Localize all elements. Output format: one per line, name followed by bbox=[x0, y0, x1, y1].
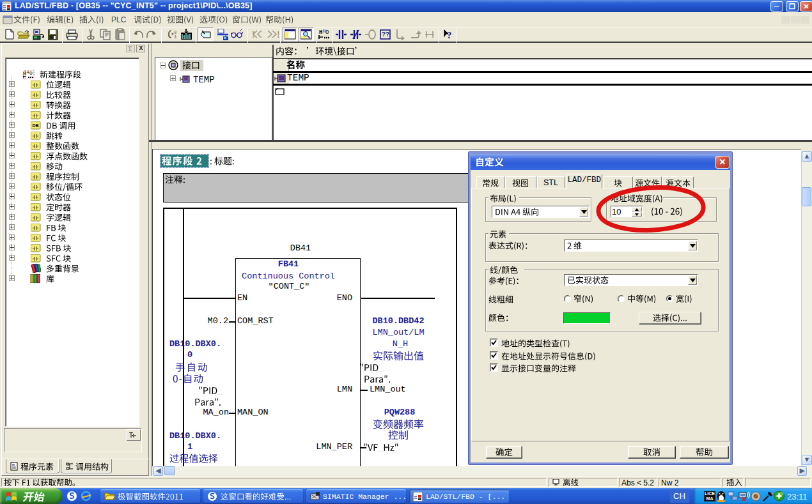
svg-text:DB: DB bbox=[33, 123, 39, 128]
svg-text:?: ? bbox=[447, 30, 452, 40]
svg-text:H: H bbox=[319, 29, 322, 36]
svg-text:10: 10 bbox=[174, 34, 177, 40]
svg-text:O: O bbox=[29, 70, 33, 76]
svg-text:!: ! bbox=[277, 30, 280, 39]
svg-text:O: O bbox=[325, 29, 329, 36]
svg-text:??: ?? bbox=[382, 31, 389, 38]
